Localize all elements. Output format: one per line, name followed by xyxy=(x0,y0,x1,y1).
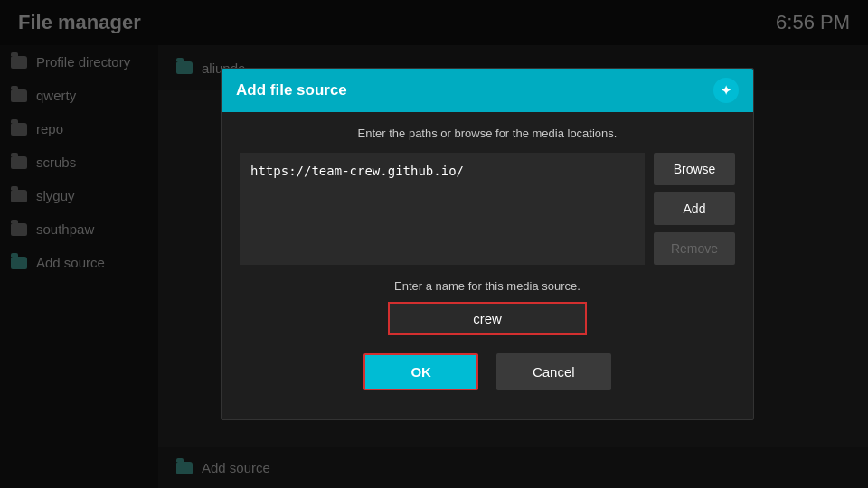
dialog-footer: OK Cancel xyxy=(240,353,735,405)
path-section: https://team-crew.github.io/ Browse Add … xyxy=(240,153,735,265)
dialog-name-subtitle: Enter a name for this media source. xyxy=(240,279,735,293)
dialog-path-subtitle: Enter the paths or browse for the media … xyxy=(240,127,735,140)
name-input-wrapper xyxy=(240,302,735,335)
ok-button[interactable]: OK xyxy=(363,353,478,390)
source-name-input[interactable] xyxy=(388,302,587,335)
cancel-button[interactable]: Cancel xyxy=(496,353,611,390)
path-buttons: Browse Add Remove xyxy=(654,153,735,265)
add-button[interactable]: Add xyxy=(654,192,735,225)
dialog-title: Add file source xyxy=(236,81,347,99)
add-file-source-dialog: Add file source ✦ Enter the paths or bro… xyxy=(221,68,754,420)
dialog-body: Enter the paths or browse for the media … xyxy=(222,112,753,419)
kodi-logo-icon: ✦ xyxy=(713,78,739,103)
browse-button[interactable]: Browse xyxy=(654,153,735,185)
dialog-header: Add file source ✦ xyxy=(222,69,753,112)
remove-button[interactable]: Remove xyxy=(654,232,735,265)
path-input[interactable]: https://team-crew.github.io/ xyxy=(240,153,645,265)
